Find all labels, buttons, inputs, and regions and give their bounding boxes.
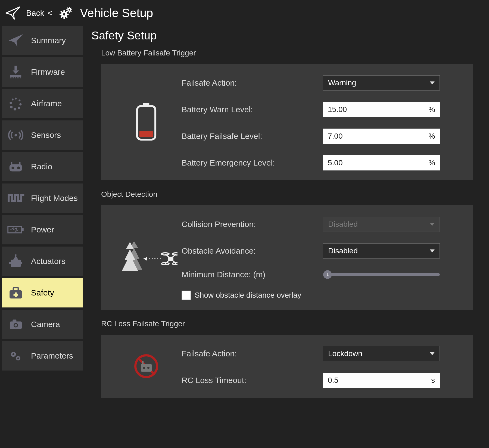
svg-rect-79	[169, 257, 173, 260]
overlay-checkbox[interactable]	[182, 291, 191, 300]
sidebar-item-firmware[interactable]: Firmware	[2, 57, 83, 87]
field-label: Battery Failsafe Level:	[182, 132, 317, 141]
emergency-level-text[interactable]	[328, 158, 425, 167]
obstacle-avoidance-select[interactable]: Disabled	[323, 243, 440, 259]
select-value: Disabled	[328, 220, 358, 229]
panel-low-battery: Failsafe Action: Warning Battery Warn Le…	[101, 64, 473, 180]
slider-value: 1	[326, 272, 329, 277]
svg-point-13	[69, 9, 70, 10]
sidebar-item-label: Power	[31, 225, 54, 234]
svg-rect-40	[10, 164, 22, 171]
field-label: Failsafe Action:	[182, 78, 317, 88]
svg-point-59	[14, 324, 17, 326]
svg-rect-6	[60, 14, 61, 15]
svg-rect-42	[19, 162, 21, 165]
motor-icon	[5, 253, 26, 269]
unit-label: %	[428, 158, 435, 167]
svg-point-36	[10, 106, 13, 108]
svg-rect-15	[69, 11, 70, 13]
sidebar-item-summary[interactable]: Summary	[2, 26, 83, 55]
sidebar-item-label: Firmware	[31, 67, 65, 77]
svg-rect-29	[14, 66, 17, 70]
svg-point-43	[11, 166, 14, 169]
svg-rect-24	[10, 77, 12, 78]
gears-icon	[57, 4, 75, 22]
field-label: Collision Prevention:	[182, 220, 317, 229]
back-chevron-icon: <	[48, 8, 52, 18]
svg-rect-28	[20, 77, 21, 78]
failsafe-level-text[interactable]	[328, 132, 425, 141]
field-emergency-level: Battery Emergency Level: %	[182, 155, 463, 170]
svg-point-39	[14, 134, 17, 136]
field-label: Battery Emergency Level:	[182, 158, 317, 167]
sidebar-item-airframe[interactable]: Airframe	[2, 89, 83, 118]
sidebar: Summary Firmware	[0, 26, 85, 448]
slider-thumb[interactable]: 1	[323, 270, 332, 279]
failsafe-level-input[interactable]: %	[323, 129, 440, 144]
svg-rect-83	[142, 361, 144, 365]
rc-timeout-text[interactable]	[328, 376, 428, 385]
emergency-level-input[interactable]: %	[323, 155, 440, 170]
svg-rect-66	[139, 131, 153, 137]
svg-rect-26	[15, 77, 16, 78]
field-label: RC Loss Timeout:	[182, 376, 317, 385]
field-warn-level: Battery Warn Level: %	[182, 102, 463, 117]
svg-rect-41	[11, 162, 13, 165]
warn-level-text[interactable]	[328, 105, 425, 114]
paper-plane-icon	[5, 33, 26, 48]
rc-failsafe-action-select[interactable]: Lockdown	[323, 346, 440, 361]
sidebar-item-radio[interactable]: Radio	[2, 152, 83, 181]
svg-point-38	[12, 98, 14, 100]
sidebar-item-parameters[interactable]: Parameters	[2, 341, 83, 371]
failsafe-action-select[interactable]: Warning	[323, 75, 440, 91]
min-distance-slider[interactable]: 1	[323, 270, 440, 279]
collision-prevention-select: Disabled	[323, 217, 440, 232]
rc-timeout-input[interactable]: s	[323, 373, 440, 388]
unit-label: %	[428, 105, 435, 114]
panel-object-detection: Collision Prevention: Disabled Obstacle …	[101, 205, 473, 310]
pulse-wave-icon	[5, 190, 26, 206]
field-label: Obstacle Avoidance:	[182, 246, 317, 256]
sidebar-item-label: Actuators	[31, 257, 66, 266]
medkit-icon	[5, 285, 26, 301]
warn-level-input[interactable]: %	[323, 102, 440, 117]
app-header: Back <	[0, 0, 489, 26]
obstacle-drone-icon	[111, 240, 182, 275]
svg-rect-55	[14, 294, 18, 296]
field-rc-failsafe-action: Failsafe Action: Lockdown	[182, 346, 463, 361]
back-button[interactable]: Back	[26, 8, 44, 18]
svg-marker-70	[144, 257, 147, 261]
svg-rect-51	[20, 262, 22, 264]
panel-rc-loss: Failsafe Action: Lockdown RC Loss Timeou…	[101, 335, 473, 398]
sidebar-item-sensors[interactable]: Sensors	[2, 120, 83, 150]
svg-rect-57	[13, 320, 16, 322]
sidebar-item-label: Radio	[31, 162, 52, 171]
svg-marker-22	[9, 34, 23, 47]
field-rc-timeout: RC Loss Timeout: s	[182, 373, 463, 388]
section-title-low-battery: Low Battery Failsafe Trigger	[101, 49, 482, 57]
sidebar-item-power[interactable]: Power	[2, 215, 83, 244]
svg-marker-30	[13, 70, 19, 74]
svg-point-35	[14, 108, 16, 110]
svg-point-3	[63, 13, 65, 15]
sidebar-item-camera[interactable]: Camera	[2, 310, 83, 339]
sidebar-item-actuators[interactable]: Actuators	[2, 247, 83, 276]
sidebar-item-flight-modes[interactable]: Flight Modes	[2, 183, 83, 213]
unit-label: %	[428, 132, 435, 141]
battery-icon	[5, 222, 26, 238]
svg-rect-27	[17, 77, 19, 78]
cogs-icon	[5, 348, 26, 364]
sidebar-item-label: Airframe	[31, 99, 62, 108]
svg-rect-16	[66, 9, 68, 10]
unit-label: s	[431, 376, 435, 385]
field-label: Failsafe Action:	[182, 349, 317, 358]
section-title-object-detection: Object Detection	[101, 190, 482, 199]
svg-rect-17	[71, 9, 72, 10]
sensor-waves-icon	[5, 127, 26, 143]
svg-rect-25	[13, 77, 14, 78]
paper-plane-icon[interactable]	[4, 5, 21, 21]
svg-rect-82	[141, 364, 152, 372]
battery-low-icon	[111, 103, 182, 141]
sidebar-item-safety[interactable]: Safety	[2, 278, 83, 307]
svg-point-34	[18, 107, 20, 109]
